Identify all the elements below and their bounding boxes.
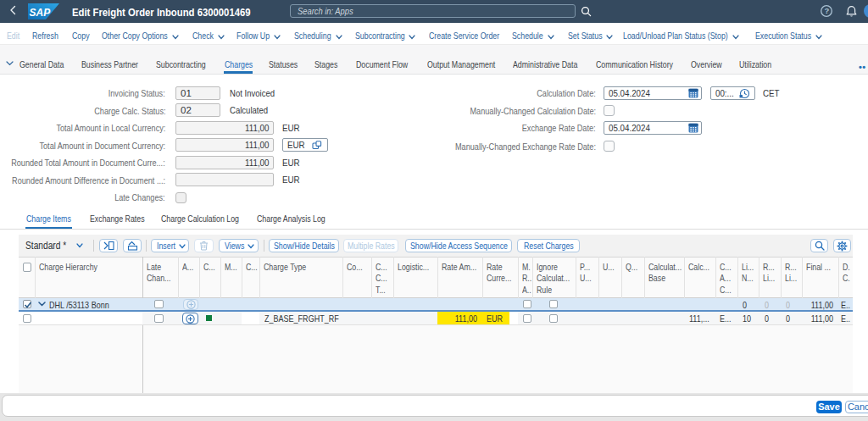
- svg-text:?: ?: [824, 6, 829, 15]
- svg-text:SAP: SAP: [30, 7, 52, 19]
